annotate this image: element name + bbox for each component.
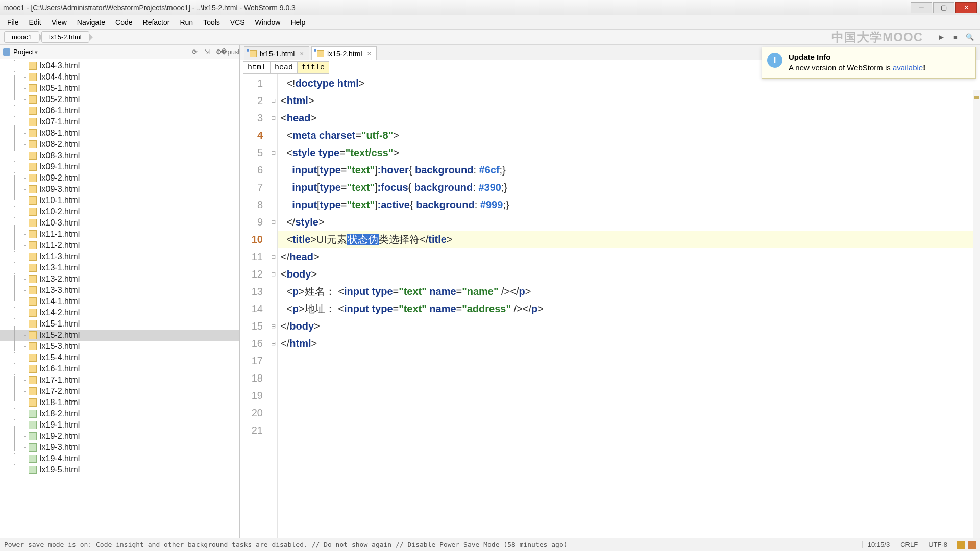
menu-window[interactable]: Window xyxy=(250,16,286,29)
file-icon xyxy=(29,219,37,227)
close-tab-icon[interactable]: × xyxy=(368,49,372,57)
code-editor[interactable]: 123456789101112131415161718192021 ⊟⊟⊟⊟⊟⊟… xyxy=(240,74,980,538)
close-tab-icon[interactable]: × xyxy=(300,49,304,57)
file-item[interactable]: lx11-1.html xyxy=(0,229,239,240)
file-item[interactable]: lx10-1.html xyxy=(0,195,239,206)
file-icon xyxy=(29,253,37,261)
fold-gutter[interactable]: ⊟⊟⊟⊟⊟⊟⊟⊟ xyxy=(270,74,278,538)
file-icon xyxy=(29,331,37,339)
file-item[interactable]: lx17-2.html xyxy=(0,386,239,397)
file-icon xyxy=(29,297,37,306)
editor-tab[interactable]: lx15-2.html× xyxy=(311,46,377,60)
file-item[interactable]: lx09-1.html xyxy=(0,161,239,172)
collapse-icon[interactable]: ⇲ xyxy=(202,47,212,57)
file-item[interactable]: lx15-1.html xyxy=(0,318,239,330)
menu-help[interactable]: Help xyxy=(285,16,310,29)
file-item[interactable]: lx08-2.html xyxy=(0,139,239,150)
project-title[interactable]: Project xyxy=(3,48,187,56)
file-item[interactable]: lx07-1.html xyxy=(0,116,239,128)
editor-area: lx15-1.html×lx15-2.html× html head title… xyxy=(240,45,980,538)
file-icon xyxy=(29,320,37,328)
file-item[interactable]: lx13-2.html xyxy=(0,273,239,285)
search-icon[interactable]: 🔍 xyxy=(964,31,976,43)
menu-edit[interactable]: Edit xyxy=(24,16,46,29)
available-link[interactable]: available xyxy=(893,63,923,72)
file-item[interactable]: lx15-3.html xyxy=(0,341,239,352)
file-item[interactable]: lx19-1.html xyxy=(0,419,239,431)
code-lines[interactable]: <!doctype html><html><head> <meta charse… xyxy=(278,74,980,538)
file-icon xyxy=(250,50,257,57)
file-item[interactable]: lx19-3.html xyxy=(0,442,239,453)
file-item[interactable]: lx19-2.html xyxy=(0,431,239,442)
file-item[interactable]: lx18-1.html xyxy=(0,397,239,408)
line-ending[interactable]: CRLF xyxy=(895,541,923,548)
file-item[interactable]: lx16-1.html xyxy=(0,363,239,374)
file-item[interactable]: lx04-3.html xyxy=(0,60,239,71)
breadcrumb-project[interactable]: mooc1 xyxy=(4,31,39,43)
refresh-icon[interactable]: ⟳ xyxy=(189,47,200,57)
menu-file[interactable]: File xyxy=(2,16,24,29)
file-item[interactable]: lx05-2.html xyxy=(0,94,239,105)
update-notification[interactable]: i Update Info A new version of WebStorm … xyxy=(762,47,976,79)
mooc-watermark: 中国大学MOOC xyxy=(831,29,923,45)
crumb-html[interactable]: html xyxy=(243,61,271,74)
run-icon[interactable]: ▶ xyxy=(935,31,947,43)
hide-icon[interactable]: �push xyxy=(226,47,236,57)
menu-navigate[interactable]: Navigate xyxy=(72,16,110,29)
status-message[interactable]: Power save mode is on: Code insight and … xyxy=(4,541,862,548)
file-item[interactable]: lx09-2.html xyxy=(0,172,239,184)
file-icon xyxy=(29,62,37,70)
notification-title: Update Info xyxy=(789,53,968,61)
navigation-bar: mooc1 lx15-2.html 中国大学MOOC ▶ ■ 🔍 xyxy=(0,30,980,45)
lock-icon[interactable] xyxy=(957,541,965,549)
file-item[interactable]: lx08-3.html xyxy=(0,150,239,161)
file-icon xyxy=(29,286,37,294)
file-item[interactable]: lx14-2.html xyxy=(0,307,239,318)
caret-position[interactable]: 10:15/3 xyxy=(862,541,895,548)
file-item[interactable]: lx04-4.html xyxy=(0,71,239,83)
file-item[interactable]: lx19-5.html xyxy=(0,464,239,475)
maximize-button[interactable]: ▢ xyxy=(933,2,954,13)
file-item[interactable]: lx15-4.html xyxy=(0,352,239,363)
menu-vcs[interactable]: VCS xyxy=(225,16,250,29)
crumb-title[interactable]: title xyxy=(297,61,329,74)
file-icon xyxy=(29,309,37,317)
file-item[interactable]: lx18-2.html xyxy=(0,408,239,419)
file-icon xyxy=(29,455,37,463)
menu-run[interactable]: Run xyxy=(175,16,198,29)
file-item[interactable]: lx11-3.html xyxy=(0,251,239,262)
menu-code[interactable]: Code xyxy=(110,16,137,29)
file-icon xyxy=(29,264,37,272)
file-item[interactable]: lx17-1.html xyxy=(0,374,239,386)
file-icon xyxy=(317,50,324,57)
file-item[interactable]: lx15-2.html xyxy=(0,330,239,341)
close-button[interactable]: ✕ xyxy=(955,2,977,13)
file-item[interactable]: lx08-1.html xyxy=(0,128,239,139)
line-gutter[interactable]: 123456789101112131415161718192021 xyxy=(240,74,270,538)
file-item[interactable]: lx13-3.html xyxy=(0,285,239,296)
menu-refactor[interactable]: Refactor xyxy=(138,16,175,29)
crumb-head[interactable]: head xyxy=(270,61,298,74)
file-icon xyxy=(29,365,37,373)
editor-tab[interactable]: lx15-1.html× xyxy=(244,46,309,60)
file-item[interactable]: lx09-3.html xyxy=(0,184,239,195)
inspector-icon[interactable] xyxy=(968,541,976,549)
file-item[interactable]: lx10-2.html xyxy=(0,206,239,217)
encoding[interactable]: UTF-8 xyxy=(923,541,952,548)
file-item[interactable]: lx11-2.html xyxy=(0,240,239,251)
file-item[interactable]: lx14-1.html xyxy=(0,296,239,307)
minimize-button[interactable]: ─ xyxy=(911,2,932,13)
project-tree[interactable]: lx04-3.htmllx04-4.htmllx05-1.htmllx05-2.… xyxy=(0,59,239,538)
file-item[interactable]: lx13-1.html xyxy=(0,262,239,273)
file-icon xyxy=(29,163,37,171)
file-item[interactable]: lx05-1.html xyxy=(0,83,239,94)
file-item[interactable]: lx06-1.html xyxy=(0,105,239,116)
stop-icon[interactable]: ■ xyxy=(949,31,962,43)
menu-tools[interactable]: Tools xyxy=(198,16,225,29)
notification-body: A new version of WebStorm is available! xyxy=(789,63,968,72)
scrollbar-marks[interactable] xyxy=(973,90,980,538)
file-item[interactable]: lx19-4.html xyxy=(0,453,239,464)
breadcrumb-file[interactable]: lx15-2.html xyxy=(41,31,89,43)
file-item[interactable]: lx10-3.html xyxy=(0,217,239,229)
menu-view[interactable]: View xyxy=(46,16,72,29)
